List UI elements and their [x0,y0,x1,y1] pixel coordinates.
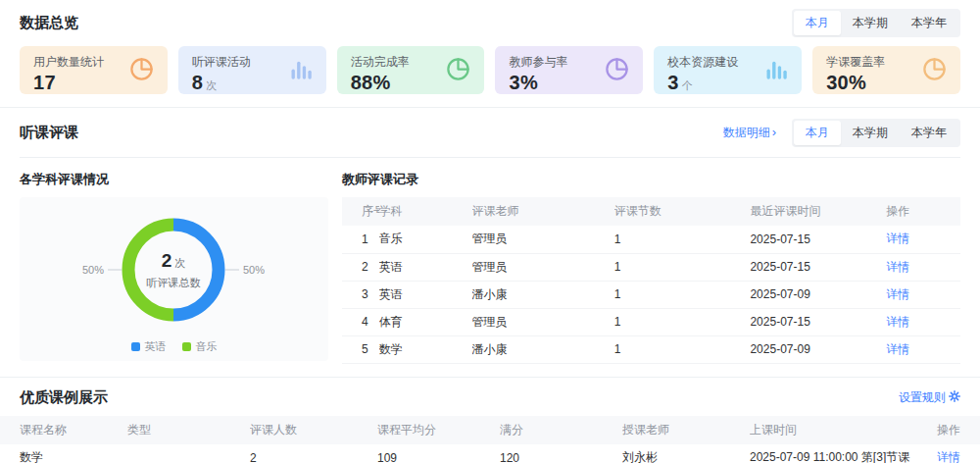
tab-this-semester[interactable]: 本学期 [841,11,900,35]
teacher-records-table: 序号 学科 评课老师 评课节数 最近评课时间 操作 1音乐管理员12025-07… [342,197,960,364]
data-detail-label: 数据明细 [723,126,770,139]
table-cell: 120 [500,444,622,463]
detail-link[interactable]: 详情 [886,260,909,274]
table-cell: 数学 [0,444,127,463]
col-header-type: 类型 [127,416,250,444]
col-header-actions: 操作 [916,416,980,444]
table-cell: 2 [342,253,379,281]
set-rules-link[interactable]: 设置规则 [899,389,960,406]
stat-card-course-coverage: 学课覆盖率 30% [812,46,960,94]
card-unit: 个 [682,78,693,93]
card-value: 17 [33,72,56,94]
table-cell-actions: 详情 [886,308,960,335]
bar-chart-icon [287,56,314,85]
card-value: 3 [667,72,678,94]
legend-swatch [131,342,140,351]
col-header-course-name: 课程名称 [0,416,127,444]
overview-section: 数据总览 本月 本学期 本学年 用户数量统计 17 听评课活动 8次 活动完成率… [0,0,980,94]
table-cell: 2025-07-15 [750,308,886,335]
evaluation-period-tabs: 本月 本学期 本学年 [792,119,960,147]
table-cell: 1 [614,253,751,281]
table-cell-actions: 详情 [886,335,960,363]
stat-card-completion-rate: 活动完成率 88% [337,46,485,94]
donut-legend: 英语音乐 [131,339,218,358]
table-cell: 英语 [379,281,472,308]
quality-title: 优质课例展示 [20,388,108,407]
stat-card-teacher-participation: 教师参与率 3% [495,46,643,94]
table-row: 3英语潘小康12025-07-09详情 [342,281,960,308]
detail-link[interactable]: 详情 [886,232,909,245]
overview-title: 数据总览 [20,14,78,32]
table-cell: 英语 [379,253,472,281]
col-header-last-time: 最近评课时间 [750,197,886,226]
chart-panel-title: 各学科评课情况 [20,171,328,188]
table-cell: 5 [342,335,379,363]
tab-this-school-year[interactable]: 本学年 [900,11,958,35]
bar-chart-icon [762,56,789,85]
gear-icon [949,390,960,402]
table-cell-actions: 详情 [916,444,980,463]
tab-this-month[interactable]: 本月 [794,11,841,35]
table-cell: 管理员 [472,253,614,281]
evaluation-section: 听课评课 数据明细› 本月 本学期 本学年 各学科评课情况 50% 50% [0,108,980,364]
legend-item[interactable]: 音乐 [182,339,218,354]
table-cell: 109 [377,444,500,463]
legend-label: 英语 [145,339,167,354]
table-cell: 3 [342,281,379,308]
stat-card-activities: 听评课活动 8次 [178,46,326,94]
col-header-class-time: 上课时间 [750,416,916,444]
table-cell: 2025-07-09 11:00:00 第[3]节课 [750,444,916,463]
overview-period-tabs: 本月 本学期 本学年 [792,9,960,37]
table-row: 1音乐管理员12025-07-15详情 [342,226,960,253]
table-cell: 2025-07-15 [750,253,886,281]
col-header-average-score: 课程平均分 [377,416,500,444]
table-cell: 2 [250,444,377,463]
detail-link[interactable]: 详情 [886,315,909,329]
table-cell: 刘永彬 [622,444,750,463]
col-header-subject: 学科 [379,197,472,226]
detail-link[interactable]: 详情 [886,342,909,356]
pie-chart-icon [604,56,630,85]
set-rules-label: 设置规则 [899,390,946,404]
subject-evaluation-chart-panel: 各学科评课情况 50% 50% 2次 听评课总数 英语音乐 [20,171,328,364]
table-row: 2英语管理员12025-07-15详情 [342,253,960,281]
teacher-records-panel: 教师评课记录 序号 学科 评课老师 评课节数 最近评课时间 操作 1音乐管理员1… [342,171,960,364]
card-value: 3% [509,72,538,94]
table-cell [127,444,250,463]
quality-section: 优质课例展示 设置规则 课程名称 类型 评课人数 课程平均分 满分 授课老师 上… [0,378,980,463]
table-cell-actions: 详情 [886,226,960,253]
donut-left-percent: 50% [82,264,104,276]
table-cell: 潘小康 [472,335,614,363]
table-cell-actions: 详情 [886,253,960,281]
table-cell: 2025-07-15 [750,226,886,253]
table-header-row: 序号 学科 评课老师 评课节数 最近评课时间 操作 [342,197,960,226]
table-header-row: 课程名称 类型 评课人数 课程平均分 满分 授课老师 上课时间 操作 [0,416,980,444]
table-cell: 2025-07-09 [750,281,886,308]
table-cell: 4 [342,308,379,335]
donut-center-value: 2次 [162,250,186,271]
table-cell: 体育 [379,308,472,335]
card-unit: 次 [206,78,217,93]
stat-card-school-resources: 校本资源建设 3个 [654,46,802,94]
card-value: 30% [826,72,866,94]
detail-link[interactable]: 详情 [886,287,909,301]
tab-this-month[interactable]: 本月 [794,121,841,145]
col-header-teacher: 授课老师 [622,416,750,444]
pie-chart-icon [128,56,155,85]
donut-center-label: 听评课总数 [147,277,201,288]
col-header-full-score: 满分 [500,416,622,444]
detail-link[interactable]: 详情 [937,450,960,463]
table-row: 5数学潘小康12025-07-09详情 [342,335,960,363]
tab-this-school-year[interactable]: 本学年 [900,121,958,145]
chevron-right-icon: › [772,125,776,139]
quality-lessons-table: 课程名称 类型 评课人数 课程平均分 满分 授课老师 上课时间 操作 数学210… [0,416,980,463]
table-cell: 数学 [379,335,472,363]
evaluation-title: 听课评课 [20,124,78,142]
table-cell: 1 [614,281,751,308]
tab-this-semester[interactable]: 本学期 [841,121,900,145]
table-row: 4体育管理员12025-07-15详情 [342,308,960,335]
table-row: 数学2109120刘永彬2025-07-09 11:00:00 第[3]节课详情 [0,444,980,463]
table-cell: 1 [614,308,751,335]
data-detail-link[interactable]: 数据明细› [723,125,776,141]
legend-item[interactable]: 英语 [131,339,167,354]
